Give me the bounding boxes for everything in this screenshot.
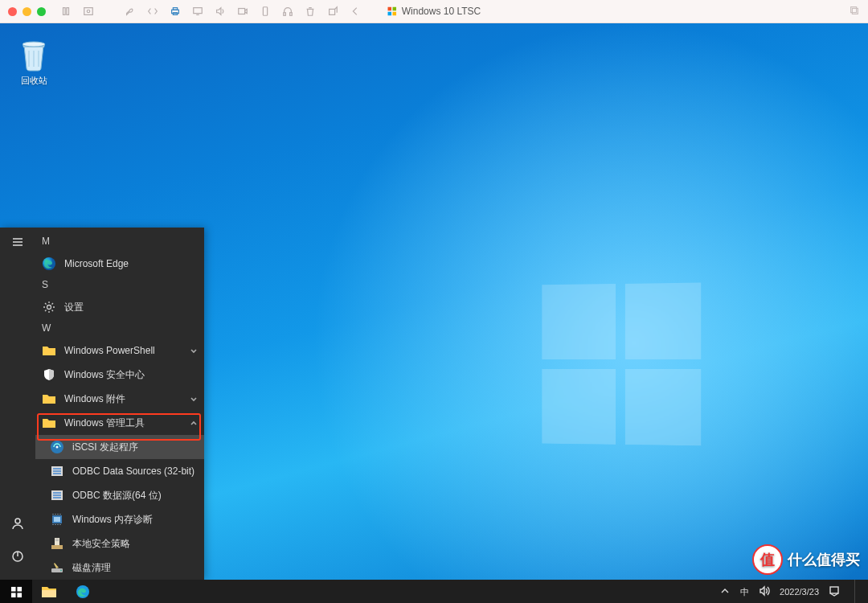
odbc-icon bbox=[50, 488, 64, 503]
svg-rect-35 bbox=[54, 517, 60, 522]
printer-icon[interactable] bbox=[170, 6, 181, 17]
gear-icon bbox=[42, 300, 56, 314]
svg-rect-29 bbox=[53, 473, 61, 474]
tablet-icon[interactable] bbox=[260, 6, 271, 17]
odbc-icon bbox=[50, 464, 64, 478]
disk-cleanup-icon bbox=[50, 560, 64, 575]
app-label: 设置 bbox=[64, 301, 84, 314]
iscsi-icon bbox=[50, 440, 64, 454]
windows-mark-icon bbox=[387, 6, 397, 16]
snapshot-icon[interactable] bbox=[83, 6, 94, 17]
svg-rect-5 bbox=[173, 8, 177, 10]
trash-icon[interactable] bbox=[305, 6, 316, 17]
app-label: Windows PowerShell bbox=[64, 345, 155, 356]
app-list[interactable]: M Microsoft Edge S 设置 W Windows PowerShe… bbox=[35, 228, 204, 580]
app-local-security-policy[interactable]: 本地安全策略 bbox=[35, 531, 204, 556]
recycle-bin-label: 回收站 bbox=[11, 75, 56, 87]
app-label: Windows 附件 bbox=[64, 392, 125, 406]
app-odbc-64[interactable]: ODBC 数据源(64 位) bbox=[35, 483, 204, 507]
security-policy-icon bbox=[50, 536, 64, 551]
show-desktop-button[interactable] bbox=[854, 580, 860, 603]
user-icon[interactable] bbox=[11, 517, 24, 532]
memory-icon bbox=[50, 512, 64, 527]
desktop[interactable]: 回收站 M Microsoft Edge S 设置 W Wind bbox=[0, 23, 868, 603]
shield-icon bbox=[42, 367, 56, 382]
minimize-window-button[interactable] bbox=[23, 7, 31, 16]
svg-rect-17 bbox=[851, 7, 857, 13]
app-microsoft-edge[interactable]: Microsoft Edge bbox=[35, 252, 204, 276]
app-windows-security[interactable]: Windows 安全中心 bbox=[35, 363, 204, 387]
svg-rect-12 bbox=[330, 9, 335, 14]
svg-rect-16 bbox=[393, 12, 397, 16]
start-menu: M Microsoft Edge S 设置 W Windows PowerShe… bbox=[0, 228, 204, 580]
folder-windows-accessories[interactable]: Windows 附件 bbox=[35, 387, 204, 411]
camera-icon[interactable] bbox=[237, 6, 248, 17]
close-window-button[interactable] bbox=[8, 7, 17, 16]
tray-ime-indicator[interactable]: 中 bbox=[740, 586, 749, 598]
tray-date[interactable]: 2022/3/23 bbox=[780, 587, 819, 597]
section-header-m[interactable]: M bbox=[35, 232, 204, 252]
recycle-bin-icon bbox=[19, 39, 48, 72]
app-iscsi-initiator[interactable]: iSCSI 发起程序 bbox=[35, 435, 204, 459]
svg-rect-1 bbox=[67, 8, 69, 15]
headphones-icon[interactable] bbox=[282, 6, 293, 17]
folder-windows-admin-tools[interactable]: Windows 管理工具 bbox=[35, 411, 204, 435]
svg-rect-28 bbox=[53, 470, 61, 472]
svg-point-41 bbox=[60, 570, 62, 572]
screen-icon[interactable] bbox=[192, 6, 203, 17]
svg-rect-10 bbox=[284, 13, 286, 16]
window-title-text: Windows 10 LTSC bbox=[402, 6, 481, 17]
section-header-w[interactable]: W bbox=[35, 319, 204, 338]
tray-notifications-icon[interactable] bbox=[829, 585, 840, 598]
sound-icon[interactable] bbox=[215, 6, 226, 17]
window-title: Windows 10 LTSC bbox=[387, 6, 481, 17]
svg-rect-38 bbox=[55, 539, 59, 539]
wrench-icon[interactable] bbox=[125, 6, 136, 17]
app-label: 磁盘清理 bbox=[72, 561, 111, 575]
wallpaper-windows-logo bbox=[542, 283, 701, 446]
app-disk-cleanup[interactable]: 磁盘清理 bbox=[35, 556, 204, 580]
edge-icon bbox=[42, 256, 56, 271]
hamburger-icon[interactable] bbox=[11, 236, 24, 251]
svg-rect-49 bbox=[42, 590, 56, 597]
section-header-s[interactable]: S bbox=[35, 276, 204, 295]
app-odbc-32[interactable]: ODBC Data Sources (32-bit) bbox=[35, 459, 204, 483]
taskbar-edge[interactable] bbox=[66, 580, 100, 603]
app-settings[interactable]: 设置 bbox=[35, 295, 204, 319]
folder-icon bbox=[42, 392, 56, 406]
svg-rect-8 bbox=[239, 9, 245, 14]
start-rail bbox=[0, 228, 35, 580]
taskbar-file-explorer[interactable] bbox=[32, 580, 66, 603]
folder-icon bbox=[42, 343, 56, 358]
svg-rect-33 bbox=[53, 497, 61, 498]
folder-windows-powershell[interactable]: Windows PowerShell bbox=[35, 338, 204, 363]
share-icon[interactable] bbox=[327, 6, 338, 17]
app-label: ODBC 数据源(64 位) bbox=[72, 489, 162, 503]
svg-point-20 bbox=[15, 519, 20, 523]
svg-rect-9 bbox=[263, 7, 267, 16]
mac-titlebar: Windows 10 LTSC bbox=[0, 0, 868, 23]
watermark: 值 什么值得买 bbox=[752, 544, 860, 575]
svg-point-3 bbox=[87, 10, 90, 13]
tray-volume-icon[interactable] bbox=[759, 585, 770, 598]
chevron-left-icon[interactable] bbox=[350, 6, 361, 17]
zoom-window-button[interactable] bbox=[37, 7, 46, 16]
svg-rect-27 bbox=[53, 468, 61, 470]
pause-icon[interactable] bbox=[60, 6, 72, 17]
code-icon[interactable] bbox=[147, 6, 158, 17]
copy-icon[interactable] bbox=[849, 8, 860, 18]
app-label: Windows 内存诊断 bbox=[72, 513, 153, 527]
app-memory-diagnostic[interactable]: Windows 内存诊断 bbox=[35, 507, 204, 531]
traffic-lights bbox=[8, 7, 46, 16]
taskbar: 中 2022/3/23 bbox=[0, 580, 868, 603]
start-button[interactable] bbox=[0, 580, 32, 603]
svg-rect-51 bbox=[830, 587, 838, 593]
watermark-badge: 值 bbox=[752, 544, 783, 575]
tray-chevron-up-icon[interactable] bbox=[719, 585, 731, 598]
chevron-down-icon bbox=[190, 346, 198, 357]
chevron-down-icon bbox=[190, 394, 198, 405]
svg-rect-13 bbox=[388, 7, 392, 11]
power-icon[interactable] bbox=[11, 550, 24, 565]
svg-rect-32 bbox=[53, 494, 61, 496]
recycle-bin-desktop-icon[interactable]: 回收站 bbox=[11, 39, 56, 87]
